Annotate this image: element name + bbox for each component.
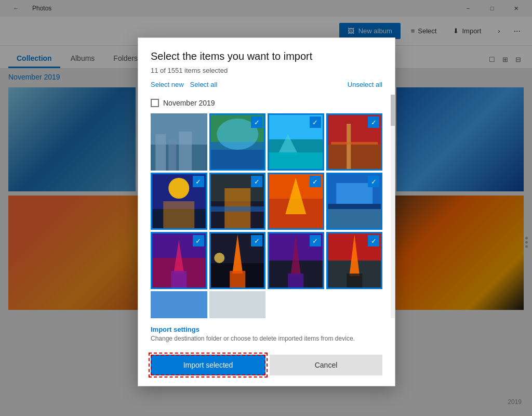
svg-rect-8 [209,150,266,171]
photo-check-4: ✓ [368,116,379,128]
photo-check-10: ✓ [251,235,262,246]
scroll-area[interactable]: November 2019 [138,95,395,318]
import-settings-section: Import settings Change destination folde… [138,318,395,348]
dialog-subtitle: 11 of 1551 items selected [151,67,382,74]
import-selected-button[interactable]: Import selected [151,355,265,375]
photo-item-8[interactable]: ✓ [326,173,383,230]
unselect-all-button[interactable]: Unselect all [348,81,382,88]
photo-check-8: ✓ [368,176,379,187]
photos-grid: ✓ ✓ [151,111,382,318]
svg-rect-30 [336,183,373,204]
dialog-actions-top: Select new Select all Unselect all [151,81,382,88]
photo-check-2: ✓ [251,116,262,128]
svg-rect-24 [209,206,266,212]
photo-item-5[interactable]: ✓ [151,173,207,230]
svg-rect-3 [168,139,176,171]
photo-check-6: ✓ [251,176,262,187]
select-all-button[interactable]: Select all [190,81,218,88]
photo-item-4[interactable]: ✓ [326,113,383,171]
svg-rect-39 [230,271,245,289]
svg-rect-35 [171,271,187,289]
svg-rect-51 [209,291,266,318]
import-settings-desc: Change destination folder or choose to d… [151,335,382,342]
group-header: November 2019 [151,95,382,111]
group-label: November 2019 [163,99,215,107]
dialog-footer: Import selected Cancel [138,348,395,386]
photo-item-12[interactable]: ✓ [326,232,383,289]
photo-check-12: ✓ [368,235,379,246]
photo-inner-14 [209,291,266,318]
svg-point-40 [214,253,224,263]
photo-check-11: ✓ [310,235,321,246]
photo-check-3: ✓ [310,116,321,128]
cancel-button[interactable]: Cancel [270,355,382,375]
select-new-button[interactable]: Select new [151,81,184,88]
photo-item-2[interactable]: ✓ [209,113,266,171]
photo-item-6[interactable]: ✓ [209,173,266,230]
photo-item-1[interactable] [151,113,207,171]
photo-item-13[interactable] [151,291,207,318]
photo-item-10[interactable]: ✓ [209,232,266,289]
svg-rect-15 [347,124,351,171]
import-dialog: Select the items you want to import 11 o… [138,37,395,386]
photo-inner-1 [151,113,207,171]
svg-rect-16 [331,142,378,145]
svg-rect-14 [326,145,383,171]
photo-check-9: ✓ [193,235,204,246]
svg-rect-20 [163,201,194,230]
scrollbar-thumb[interactable] [391,95,395,126]
dialog-content: Select the items you want to import 11 o… [138,38,395,95]
svg-rect-48 [347,274,362,289]
svg-rect-49 [151,291,207,318]
dialog-title: Select the items you want to import [151,50,382,62]
photo-item-11[interactable]: ✓ [268,232,324,289]
import-settings-button[interactable]: Import settings [151,326,200,333]
photo-check-5: ✓ [193,176,204,187]
svg-rect-4 [179,132,192,171]
photo-item-14[interactable] [209,291,266,318]
scrollbar-track[interactable] [391,95,395,318]
photo-item-9[interactable]: ✓ [151,232,207,289]
photo-inner-13 [151,291,207,318]
group-checkbox[interactable] [151,99,159,107]
svg-rect-2 [155,134,166,171]
photo-item-3[interactable]: ✓ [268,113,324,171]
svg-rect-12 [268,152,324,171]
svg-point-19 [168,178,189,199]
photo-check-7: ✓ [310,176,321,187]
svg-rect-44 [288,274,303,289]
svg-rect-31 [326,209,383,230]
photo-item-7[interactable]: ✓ [268,173,324,230]
